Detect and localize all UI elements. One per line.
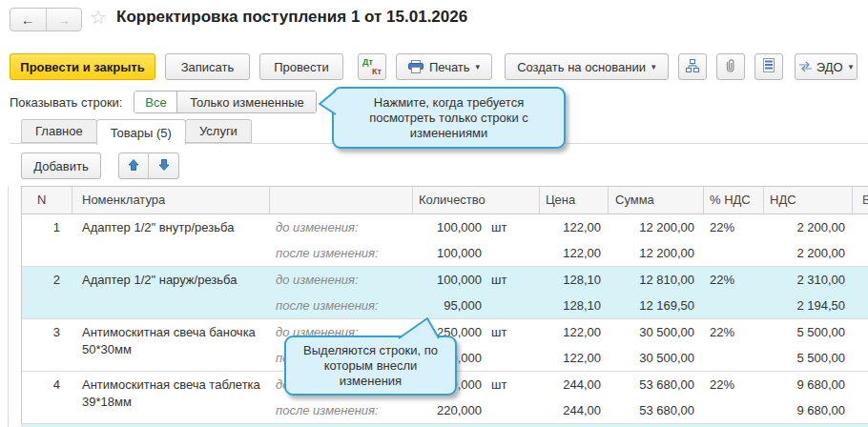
price-before[interactable]: 122,00 — [540, 214, 609, 240]
col-header-quantity[interactable]: Количество — [413, 187, 540, 214]
debit-icon: Дт — [362, 57, 373, 67]
attachments-button[interactable] — [716, 53, 745, 80]
vat-before[interactable]: 2 200,00 — [764, 214, 853, 240]
row-filter: Показывать строки: Все Только измененные — [10, 91, 317, 113]
arrow-down-icon — [157, 158, 171, 174]
price-before[interactable]: 122,00 — [540, 319, 609, 345]
forward-button[interactable]: → — [47, 9, 82, 30]
price-before[interactable]: 128,10 — [540, 267, 609, 293]
col-header-clipped[interactable]: В — [853, 187, 868, 214]
report-list-icon — [762, 58, 775, 75]
col-header-change-state[interactable] — [270, 187, 413, 214]
form-left-border — [8, 186, 9, 427]
create-on-basis-button[interactable]: Создать на основании ▾ — [505, 53, 668, 80]
create-on-basis-label: Создать на основании — [517, 60, 646, 74]
sum-before[interactable]: 53 680,00 — [609, 372, 704, 397]
qty-after[interactable]: 100,000 — [413, 240, 482, 266]
sum-after[interactable]: 30 500,00 — [609, 345, 704, 371]
move-row-buttons — [118, 152, 179, 179]
qty-before[interactable]: 100,000 — [413, 214, 482, 240]
price-after[interactable]: 122,00 — [540, 240, 609, 266]
col-header-vat-rate[interactable]: % НДС — [704, 187, 764, 214]
col-header-sum[interactable]: Сумма — [609, 187, 704, 214]
print-button[interactable]: Печать ▾ — [396, 53, 492, 80]
reports-button[interactable] — [754, 53, 783, 80]
vat-after[interactable]: 2 194,50 — [764, 293, 853, 318]
related-documents-button[interactable] — [678, 53, 707, 80]
nomenclature-cell[interactable]: Адаптер 1/2" внутр/резьба — [72, 214, 270, 266]
unit-label: шт — [491, 372, 506, 397]
col-header-n[interactable]: N — [22, 187, 72, 214]
price-after[interactable]: 128,10 — [540, 293, 609, 318]
back-button[interactable]: ← — [10, 9, 47, 30]
before-change-label: до изменения: — [270, 267, 413, 293]
table-row-highlighted[interactable]: 2 Адаптер 1/2" наруж/резьба до изменения… — [22, 267, 868, 319]
edo-label: ЭДО — [816, 60, 843, 74]
history-nav: ← → — [10, 8, 82, 31]
edo-exchange-icon — [798, 61, 813, 72]
price-after[interactable]: 244,00 — [540, 397, 609, 423]
page-title: Корректировка поступления 1 от 15.01.202… — [116, 8, 467, 27]
vat-after[interactable]: 2 200,00 — [764, 240, 853, 266]
tab-main[interactable]: Главное — [21, 119, 97, 143]
sum-after[interactable]: 53 680,00 — [609, 397, 704, 423]
callout-highlight-hint-text: Выделяются строки, по которым внесли изм… — [294, 343, 447, 389]
row-filter-label: Показывать строки: — [10, 95, 122, 110]
sum-before[interactable]: 12 200,00 — [609, 214, 704, 240]
col-header-price[interactable]: Цена — [540, 187, 609, 214]
dropdown-caret-icon: ▾ — [476, 63, 481, 71]
table-row[interactable]: 1 Адаптер 1/2" внутр/резьба до изменения… — [22, 214, 868, 267]
filter-only-changed-option[interactable]: Только измененные — [176, 92, 316, 112]
vat-rate-before[interactable]: 22% — [704, 214, 764, 240]
col-header-vat[interactable]: НДС — [764, 187, 853, 214]
price-before[interactable]: 244,00 — [540, 372, 609, 397]
row-number: 1 — [22, 214, 72, 266]
vat-rate-before[interactable]: 22% — [704, 319, 764, 345]
vat-rate-before[interactable]: 22% — [704, 372, 764, 397]
vat-before[interactable]: 5 500,00 — [764, 319, 853, 345]
price-after[interactable]: 122,00 — [540, 345, 609, 371]
filter-all-option[interactable]: Все — [134, 92, 176, 112]
arrow-up-icon — [127, 158, 140, 174]
document-structure-icon — [685, 58, 700, 76]
qty-before[interactable]: 100,000 — [413, 267, 482, 293]
vat-before[interactable]: 2 310,00 — [764, 267, 853, 293]
after-change-label: после изменения: — [270, 397, 413, 423]
dtkt-postings-button[interactable]: Дт Кт — [358, 53, 386, 80]
vat-after[interactable]: 9 680,00 — [764, 397, 853, 423]
unit-label: шт — [491, 267, 506, 293]
sum-after[interactable]: 12 200,00 — [609, 240, 704, 266]
row-number: 2 — [22, 267, 72, 318]
toolbar: Провести и закрыть Записать Провести Дт … — [10, 53, 867, 80]
forward-arrow-icon: → — [56, 11, 71, 28]
post-button[interactable]: Провести — [259, 53, 343, 80]
move-row-down-button[interactable] — [149, 153, 178, 178]
callout-highlight-hint: Выделяются строки, по которым внесли изм… — [284, 336, 457, 396]
nomenclature-cell[interactable]: Антимоскитная свеча баночка 50*30мм — [72, 319, 270, 371]
edo-button[interactable]: ЭДО ▾ — [795, 53, 858, 80]
move-row-up-button[interactable] — [119, 153, 149, 178]
table-header-row: N Номенклатура Количество Цена Сумма % Н… — [22, 186, 868, 214]
favorite-star-icon[interactable]: ☆ — [90, 6, 107, 29]
col-header-nomenclature[interactable]: Номенклатура — [72, 187, 270, 214]
vat-rate-before[interactable]: 22% — [704, 267, 764, 293]
dropdown-caret-icon: ▾ — [651, 63, 656, 71]
qty-after[interactable]: 95,000 — [413, 293, 482, 318]
add-row-button[interactable]: Добавить — [21, 152, 101, 179]
nomenclature-cell[interactable]: Антимоскитная свеча таблетка 39*18мм — [72, 372, 270, 423]
post-and-close-button[interactable]: Провести и закрыть — [10, 53, 155, 80]
unit-label: шт — [491, 319, 506, 345]
callout-filter-hint-text: Нажмите, когда требуется посмотреть толь… — [343, 95, 554, 141]
tab-goods[interactable]: Товары (5) — [96, 119, 186, 145]
receipt-adjustment-form: ← → ☆ Корректировка поступления 1 от 15.… — [0, 0, 868, 427]
save-button[interactable]: Записать — [165, 53, 250, 80]
vat-after[interactable]: 5 500,00 — [764, 345, 853, 371]
sum-after[interactable]: 12 169,50 — [609, 293, 704, 318]
vat-before[interactable]: 9 680,00 — [764, 372, 853, 397]
qty-after[interactable]: 220,000 — [413, 397, 482, 423]
sum-before[interactable]: 12 810,00 — [609, 267, 704, 293]
tab-services[interactable]: Услуги — [185, 119, 252, 143]
row-number: 3 — [22, 319, 72, 371]
nomenclature-cell[interactable]: Адаптер 1/2" наруж/резьба — [72, 267, 270, 318]
sum-before[interactable]: 30 500,00 — [609, 319, 704, 345]
